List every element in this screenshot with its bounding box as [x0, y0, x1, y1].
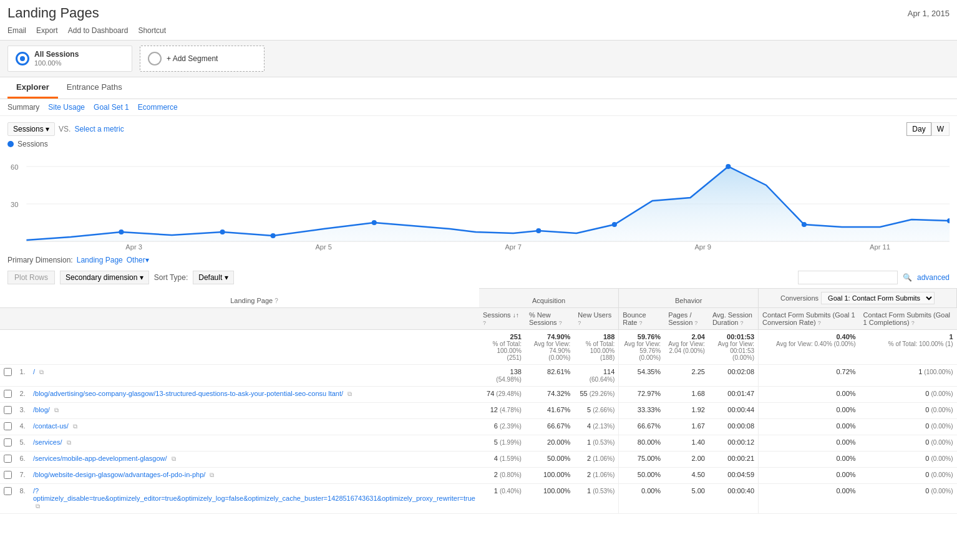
chart-dot — [119, 229, 124, 234]
bounce-rate-help-icon[interactable]: ? — [639, 320, 643, 326]
total-pct-new: 74.90% — [529, 333, 570, 340]
row-cf-completions: 0 (0.00%) — [860, 468, 957, 484]
sessions-help-icon[interactable]: ? — [483, 320, 486, 326]
row-pct-new: 41.67% — [525, 403, 574, 419]
new-users-col-header[interactable]: New Users ? — [574, 308, 618, 330]
landing-page-link[interactable]: / — [33, 368, 35, 375]
export-button[interactable]: Export — [36, 26, 58, 35]
row-cf-rate: 0.00% — [759, 451, 860, 468]
secondary-dimension-button[interactable]: Secondary dimension ▾ — [60, 271, 149, 284]
total-pages-session-sub: Avg for View: 2.04 (0.00%) — [668, 340, 705, 354]
all-sessions-segment[interactable]: All Sessions 100.00% — [7, 46, 132, 72]
row-cf-rate: 0.00% — [759, 419, 860, 435]
segment-circle-icon — [16, 52, 29, 65]
goal-dropdown[interactable]: Goal 1: Contact Form Submits — [821, 292, 935, 304]
add-segment-button[interactable]: + Add Segment — [140, 46, 265, 72]
avg-session-help-icon[interactable]: ? — [741, 320, 744, 326]
row-new-users: 2 (1.06%) — [574, 468, 618, 484]
pct-new-col-header[interactable]: % New Sessions ? — [525, 308, 574, 330]
add-dashboard-button[interactable]: Add to Dashboard — [68, 26, 129, 35]
day-button[interactable]: Day — [906, 122, 931, 136]
landing-page-link[interactable]: /blog/advertising/seo-company-glasgow/13… — [33, 390, 343, 397]
cf-rate-help-icon[interactable]: ? — [818, 320, 821, 326]
page-external-icon[interactable]: ⧉ — [73, 423, 77, 430]
row-bounce-rate: 50.00% — [619, 468, 664, 484]
page-external-icon[interactable]: ⧉ — [172, 455, 176, 462]
bounce-rate-col-header[interactable]: Bounce Rate ? — [619, 308, 664, 330]
row-checkbox[interactable] — [4, 487, 12, 495]
row-cf-completions: 0 (0.00%) — [860, 451, 957, 468]
page-external-icon[interactable]: ⧉ — [54, 407, 59, 413]
landing-page-sub-header — [29, 308, 479, 330]
chart-section: Sessions ▾ VS. Select a metric Day W Ses… — [0, 116, 957, 251]
row-checkbox[interactable] — [4, 406, 12, 414]
table-row: 6. /services/mobile-app-development-glas… — [0, 451, 957, 468]
landing-page-link[interactable]: /contact-us/ — [33, 422, 69, 430]
search-input[interactable] — [798, 271, 898, 284]
landing-page-link[interactable]: /blog/website-design-glasgow/advantages-… — [33, 471, 205, 478]
sub-tab-bar: Summary Site Usage Goal Set 1 Ecommerce — [0, 99, 957, 116]
landing-page-link[interactable]: /blog/ — [33, 406, 50, 413]
cf-completions-help-icon[interactable]: ? — [911, 320, 915, 326]
row-sessions: 4 (1.59%) — [479, 451, 525, 468]
subtab-summary[interactable]: Summary — [7, 103, 39, 112]
avg-session-col-header[interactable]: Avg. Session Duration ? — [709, 308, 759, 330]
row-checkbox[interactable] — [4, 368, 12, 376]
date-label: Apr 1, 2015 — [908, 9, 950, 18]
total-cf-completions-sub: % of Total: 100.00% (1) — [863, 340, 953, 347]
subtab-ecommerce[interactable]: Ecommerce — [138, 103, 178, 112]
sort-type-button[interactable]: Default ▾ — [193, 271, 233, 284]
page-external-icon[interactable]: ⧉ — [39, 369, 44, 375]
sessions-col-header[interactable]: Sessions ↓↑ ? — [479, 308, 525, 330]
advanced-link[interactable]: advanced — [917, 273, 950, 282]
page-external-icon[interactable]: ⧉ — [347, 390, 352, 397]
subtab-goal-set-1[interactable]: Goal Set 1 — [94, 103, 129, 112]
landing-page-col-header: Landing Page ? — [29, 289, 479, 308]
landing-page-link[interactable]: /?optimizely_disable=true&optimizely_edi… — [33, 487, 475, 502]
tab-entrance-paths[interactable]: Entrance Paths — [58, 77, 131, 99]
page-external-icon[interactable]: ⧉ — [36, 503, 40, 509]
pct-new-help-icon[interactable]: ? — [559, 320, 562, 326]
tab-explorer[interactable]: Explorer — [7, 77, 58, 99]
landing-page-help-icon[interactable]: ? — [274, 297, 278, 304]
row-checkbox[interactable] — [4, 455, 12, 463]
row-pages-session: 4.50 — [664, 468, 709, 484]
total-cf-rate: 0.40% — [762, 333, 856, 340]
sessions-chart: 60 30 Apr 3 Apr 5 Apr 7 Apr 9 Apr 11 — [7, 151, 950, 251]
page-external-icon[interactable]: ⧉ — [210, 471, 214, 478]
row-sessions: 2 (0.80%) — [479, 468, 525, 484]
row-checkbox[interactable] — [4, 390, 12, 398]
row-checkbox[interactable] — [4, 438, 12, 447]
checkbox-col-header — [0, 308, 16, 330]
subtab-site-usage[interactable]: Site Usage — [48, 103, 85, 112]
cf-rate-col-header[interactable]: Contact Form Submits (Goal 1 Conversion … — [759, 308, 860, 330]
select-metric-link[interactable]: Select a metric — [74, 125, 124, 133]
primary-dimension-bar: Primary Dimension: Landing Page Other▾ — [0, 251, 957, 267]
row-landing-page: /services/mobile-app-development-glasgow… — [29, 451, 479, 468]
search-icon[interactable]: 🔍 — [903, 273, 912, 282]
row-pages-session: 2.25 — [664, 365, 709, 387]
plot-rows-button[interactable]: Plot Rows — [7, 271, 55, 284]
row-cf-rate: 0.00% — [759, 484, 860, 514]
pages-session-col-header[interactable]: Pages / Session ? — [664, 308, 709, 330]
total-avg-session: 00:01:53 — [712, 333, 754, 340]
row-checkbox[interactable] — [4, 471, 12, 479]
other-link[interactable]: Other — [127, 256, 145, 264]
svg-text:Apr 7: Apr 7 — [505, 243, 522, 251]
landing-page-dim-link[interactable]: Landing Page — [77, 256, 123, 264]
row-checkbox[interactable] — [4, 422, 12, 430]
pages-session-help-icon[interactable]: ? — [694, 320, 697, 326]
landing-page-link[interactable]: /services/ — [33, 438, 62, 446]
shortcut-button[interactable]: Shortcut — [138, 26, 166, 35]
cf-completions-col-header[interactable]: Contact Form Submits (Goal 1 Completions… — [860, 308, 957, 330]
total-pct-new-sub: Avg for View: 74.90% (0.00%) — [529, 340, 570, 361]
chart-dot — [372, 220, 377, 225]
week-button[interactable]: W — [931, 122, 950, 136]
landing-page-link[interactable]: /services/mobile-app-development-glasgow… — [33, 455, 167, 462]
email-button[interactable]: Email — [7, 26, 26, 35]
sessions-dropdown[interactable]: Sessions ▾ — [7, 122, 55, 136]
page-external-icon[interactable]: ⧉ — [67, 439, 71, 446]
row-new-users: 1 (0.53%) — [574, 484, 618, 514]
new-users-help-icon[interactable]: ? — [578, 320, 581, 326]
chart-dot — [220, 229, 225, 234]
